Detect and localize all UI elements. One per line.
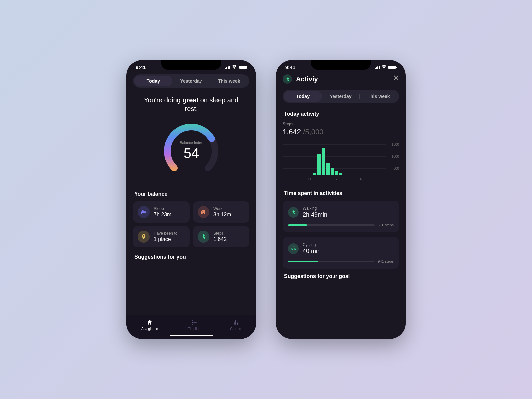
steps-metric: Steps 1,642 /5,000 bbox=[283, 122, 399, 136]
card-steps-label: Steps bbox=[213, 231, 227, 236]
chart-bar bbox=[317, 154, 321, 175]
chart-bar bbox=[335, 171, 338, 175]
tab-groups-label: Groups bbox=[230, 327, 241, 331]
home-indicator[interactable] bbox=[170, 335, 213, 336]
tab-yesterday[interactable]: Yesterday bbox=[172, 76, 210, 86]
card-places[interactable]: Have been to 1 place bbox=[133, 226, 190, 247]
wifi-icon bbox=[232, 65, 237, 70]
card-steps[interactable]: Steps 1,642 bbox=[193, 226, 249, 247]
activity-walking[interactable]: Walking 2h 49min 701steps bbox=[283, 201, 399, 232]
notch bbox=[311, 60, 371, 70]
y-tick: 500 bbox=[393, 166, 399, 170]
building-icon bbox=[198, 206, 209, 218]
bed-icon bbox=[138, 206, 150, 218]
cycling-caption: 941 steps bbox=[378, 259, 394, 263]
activity-icon bbox=[283, 74, 292, 84]
tab-yesterday[interactable]: Yesterday bbox=[322, 91, 360, 102]
list-icon bbox=[191, 319, 198, 326]
tab-today[interactable]: Today bbox=[134, 76, 172, 86]
headline-pre: You're doing bbox=[144, 96, 182, 104]
battery-icon bbox=[388, 66, 396, 69]
period-segmented: Today Yesterday This week bbox=[283, 90, 399, 103]
card-sleep-value: 7h 23m bbox=[154, 212, 171, 218]
running-icon bbox=[198, 231, 209, 243]
card-places-label: Have been to bbox=[154, 231, 177, 236]
tab-this-week[interactable]: This week bbox=[210, 76, 248, 86]
tab-timeline-label: Timeline bbox=[188, 327, 200, 331]
tab-this-week[interactable]: This week bbox=[360, 91, 398, 102]
page-title: Activiy bbox=[296, 75, 318, 83]
battery-icon bbox=[239, 66, 247, 69]
status-time: 9:41 bbox=[285, 65, 295, 70]
cycling-progress bbox=[288, 261, 374, 262]
section-suggestions: Suggestions for you bbox=[134, 254, 249, 260]
x-tick: 12 bbox=[334, 177, 338, 181]
steps-value: 1,642 bbox=[283, 128, 301, 136]
card-sleep-label: Sleep bbox=[154, 206, 171, 211]
steps-hourly-chart: 1500 1000 500 00 06 12 18 bbox=[283, 141, 399, 181]
card-sleep[interactable]: Sleep 7h 23m bbox=[133, 201, 190, 223]
chart-bar bbox=[331, 168, 334, 175]
activity-cycling[interactable]: Cycling 40 min 941 steps bbox=[283, 237, 399, 269]
card-steps-value: 1,642 bbox=[213, 236, 227, 242]
x-tick: 18 bbox=[360, 177, 363, 181]
section-suggestions-goal: Suggestions for your goal bbox=[284, 273, 399, 279]
phone-overview: 9:41 Today Yesterday This week You're do… bbox=[126, 60, 256, 339]
cycling-label: Cycling bbox=[303, 242, 321, 247]
steps-goal: /5,000 bbox=[303, 128, 323, 136]
headline-strong: great bbox=[182, 96, 199, 104]
close-button[interactable]: ✕ bbox=[393, 74, 399, 82]
cycling-icon bbox=[288, 243, 299, 254]
detail-header: Activiy ✕ bbox=[283, 74, 399, 84]
wifi-icon bbox=[381, 65, 387, 70]
cycling-value: 40 min bbox=[303, 248, 321, 255]
y-tick: 1500 bbox=[392, 142, 399, 146]
walking-label: Walking bbox=[303, 206, 327, 211]
period-segmented: Today Yesterday This week bbox=[133, 74, 249, 88]
chart-bar bbox=[313, 173, 316, 175]
tab-timeline[interactable]: Timeline bbox=[188, 319, 200, 331]
card-work[interactable]: Work 3h 12m bbox=[193, 201, 249, 223]
x-tick: 06 bbox=[308, 177, 312, 181]
walking-icon bbox=[288, 207, 299, 218]
gauge-label: Balance Index bbox=[180, 141, 203, 145]
notch bbox=[161, 60, 221, 70]
chart-bar bbox=[322, 148, 325, 175]
chart-bar bbox=[339, 173, 342, 175]
tab-glance-label: At a glance bbox=[141, 327, 158, 331]
tab-groups[interactable]: Groups bbox=[230, 319, 241, 331]
card-work-label: Work bbox=[213, 206, 231, 211]
x-tick: 00 bbox=[283, 177, 286, 181]
cellular-icon bbox=[374, 65, 380, 70]
balance-gauge: Balance Index 54 bbox=[161, 121, 221, 181]
chart-bar bbox=[326, 163, 329, 175]
home-icon bbox=[146, 319, 153, 326]
y-tick: 1000 bbox=[392, 154, 399, 158]
card-places-value: 1 place bbox=[154, 236, 177, 242]
pin-icon bbox=[138, 231, 150, 243]
section-today-activity: Today activity bbox=[284, 111, 399, 117]
tab-today[interactable]: Today bbox=[284, 91, 322, 102]
tab-at-a-glance[interactable]: At a glance bbox=[141, 319, 158, 331]
steps-label: Steps bbox=[283, 122, 399, 126]
walking-caption: 701steps bbox=[379, 223, 394, 227]
cellular-icon bbox=[225, 65, 230, 70]
bar-chart-icon bbox=[232, 319, 239, 326]
walking-value: 2h 49min bbox=[303, 211, 327, 218]
section-time-spent: Time spent in activities bbox=[284, 190, 399, 196]
gauge-value: 54 bbox=[180, 145, 203, 161]
walking-progress bbox=[288, 224, 375, 226]
phone-activity-detail: 9:41 Activiy ✕ Today Yesterday This week… bbox=[276, 60, 406, 339]
card-work-value: 3h 12m bbox=[213, 212, 231, 218]
status-time: 9:41 bbox=[136, 65, 146, 70]
